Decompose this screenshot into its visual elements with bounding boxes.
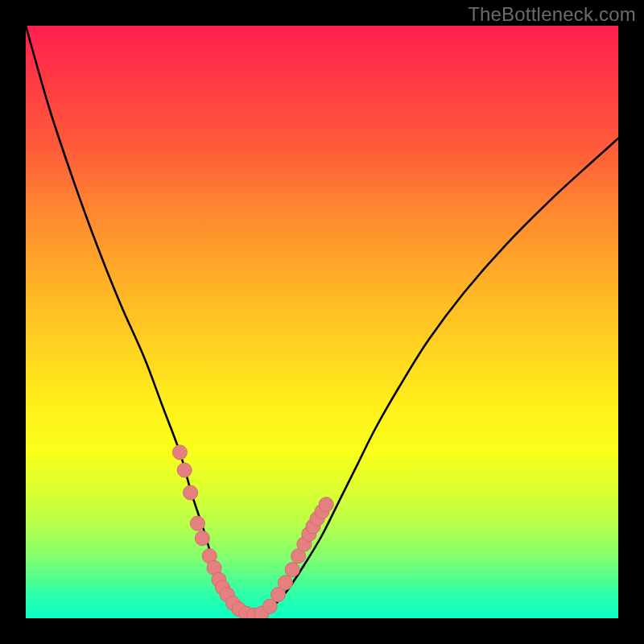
marker-dot xyxy=(172,445,187,460)
watermark-text: TheBottleneck.com xyxy=(468,3,636,26)
marker-dot xyxy=(190,516,204,530)
marker-dot xyxy=(278,576,292,590)
plot-area xyxy=(26,26,618,618)
marker-dot xyxy=(319,497,333,512)
chart-frame: TheBottleneck.com xyxy=(0,0,644,644)
marker-dot xyxy=(195,531,209,546)
marker-cluster xyxy=(26,26,618,618)
marker-dot xyxy=(177,463,192,477)
marker-dot xyxy=(184,485,198,500)
marker-dot xyxy=(285,563,299,577)
